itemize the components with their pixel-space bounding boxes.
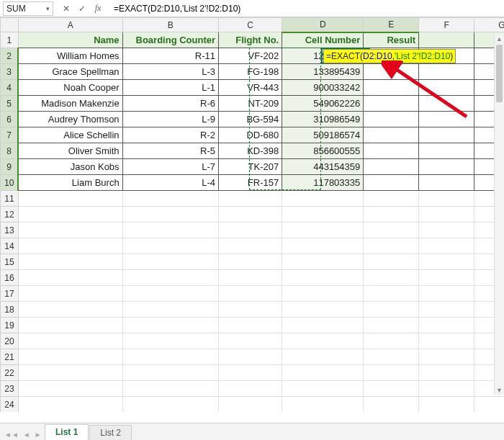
cell-D19[interactable] [282, 318, 364, 333]
cell-D15[interactable] [282, 254, 364, 270]
cell-D23[interactable] [282, 381, 364, 397]
scroll-down-icon[interactable]: ▼ [495, 387, 504, 394]
cell-F11[interactable] [419, 191, 474, 207]
cell-C14[interactable] [219, 238, 282, 254]
col-header-F[interactable]: F [419, 18, 474, 32]
cell-A16[interactable] [18, 270, 122, 286]
cell-A12[interactable] [18, 207, 122, 223]
row-header[interactable]: 14 [1, 238, 19, 254]
cell-C18[interactable] [219, 302, 282, 318]
col-header-C[interactable]: C [219, 18, 282, 32]
cell-C6[interactable]: BG-594 [219, 112, 282, 127]
cell-D12[interactable] [282, 207, 364, 223]
cell-E19[interactable] [364, 318, 419, 333]
cell-A5[interactable]: Madison Makenzie [18, 96, 122, 112]
cancel-icon[interactable]: ✕ [62, 4, 71, 14]
cell-A9[interactable]: Jason Kobs [18, 159, 122, 175]
cell-E4[interactable] [364, 80, 419, 96]
cell-C19[interactable] [219, 318, 282, 333]
cell-D22[interactable] [282, 365, 364, 381]
cell-B8[interactable]: R-5 [122, 143, 218, 159]
cell-E20[interactable] [364, 333, 419, 349]
cell-F14[interactable] [419, 238, 474, 254]
col-header-G[interactable]: G [474, 18, 504, 32]
cell-D17[interactable] [282, 286, 364, 302]
row-header[interactable]: 13 [1, 223, 19, 238]
cell-C4[interactable]: VR-443 [219, 80, 282, 96]
cell-C3[interactable]: FG-198 [219, 64, 282, 80]
row-header[interactable]: 22 [1, 365, 19, 381]
row-header[interactable]: 11 [1, 191, 19, 207]
row-header[interactable]: 17 [1, 286, 19, 302]
cell-A10[interactable]: Liam Burch [18, 175, 122, 191]
cell-E7[interactable] [364, 127, 419, 143]
cell-D3[interactable]: 133895439 [282, 64, 364, 80]
cell-B12[interactable] [122, 207, 218, 223]
cell-F16[interactable] [419, 270, 474, 286]
cell-E5[interactable] [364, 96, 419, 112]
tab-nav-next-icon[interactable]: ► [33, 431, 43, 439]
cell-E15[interactable] [364, 254, 419, 270]
cell-B20[interactable] [122, 333, 218, 349]
row-header[interactable]: 7 [1, 127, 19, 143]
cell-A3[interactable]: Grace Spellman [18, 64, 122, 80]
cell-A15[interactable] [18, 254, 122, 270]
row-header[interactable]: 23 [1, 381, 19, 397]
cell-B13[interactable] [122, 223, 218, 238]
row-header[interactable]: 4 [1, 80, 19, 96]
scroll-up-icon[interactable]: ▲ [495, 35, 504, 42]
cell-B14[interactable] [122, 238, 218, 254]
cell-A14[interactable] [18, 238, 122, 254]
cell-B11[interactable] [122, 191, 218, 207]
cell-C23[interactable] [219, 381, 282, 397]
formula-input[interactable] [111, 1, 504, 16]
cell-C5[interactable]: NT-209 [219, 96, 282, 112]
select-all-corner[interactable] [1, 18, 19, 32]
cell-A13[interactable] [18, 223, 122, 238]
cell-E24[interactable] [364, 397, 419, 413]
cell-E16[interactable] [364, 270, 419, 286]
cell-C15[interactable] [219, 254, 282, 270]
cell-E12[interactable] [364, 207, 419, 223]
cell-F7[interactable] [419, 127, 474, 143]
cell-A21[interactable] [18, 349, 122, 365]
cell-D4[interactable]: 900033242 [282, 80, 364, 96]
cell-E14[interactable] [364, 238, 419, 254]
row-header[interactable]: 12 [1, 207, 19, 223]
cell-A18[interactable] [18, 302, 122, 318]
cell-B24[interactable] [122, 397, 218, 413]
cell-B5[interactable]: R-6 [122, 96, 218, 112]
col-header-A[interactable]: A [18, 18, 122, 32]
cell-C13[interactable] [219, 223, 282, 238]
cell-D20[interactable] [282, 333, 364, 349]
cell-G24[interactable] [474, 397, 504, 413]
cell-F10[interactable] [419, 175, 474, 191]
cell-F22[interactable] [419, 365, 474, 381]
sheet-tab-list2[interactable]: List 2 [89, 425, 132, 440]
cell-B6[interactable]: L-9 [122, 112, 218, 127]
cell-B9[interactable]: L-7 [122, 159, 218, 175]
cell-B1[interactable]: Boarding Counter [122, 32, 218, 48]
cell-E3[interactable] [364, 64, 419, 80]
cell-F12[interactable] [419, 207, 474, 223]
cell-A19[interactable] [18, 318, 122, 333]
cell-E17[interactable] [364, 286, 419, 302]
cell-C20[interactable] [219, 333, 282, 349]
row-header[interactable]: 15 [1, 254, 19, 270]
row-header[interactable]: 18 [1, 302, 19, 318]
cell-E21[interactable] [364, 349, 419, 365]
row-header[interactable]: 5 [1, 96, 19, 112]
tab-nav-first-icon[interactable]: ◄◄ [3, 431, 20, 439]
row-header[interactable]: 9 [1, 159, 19, 175]
cell-C17[interactable] [219, 286, 282, 302]
cell-D8[interactable]: 856600555 [282, 143, 364, 159]
cell-B3[interactable]: L-3 [122, 64, 218, 80]
cell-E8[interactable] [364, 143, 419, 159]
row-header[interactable]: 21 [1, 349, 19, 365]
vertical-scrollbar[interactable]: ▲ ▼ [494, 35, 504, 395]
cell-B15[interactable] [122, 254, 218, 270]
row-header[interactable]: 6 [1, 112, 19, 127]
cell-E11[interactable] [364, 191, 419, 207]
cell-F6[interactable] [419, 112, 474, 127]
row-header[interactable]: 3 [1, 64, 19, 80]
